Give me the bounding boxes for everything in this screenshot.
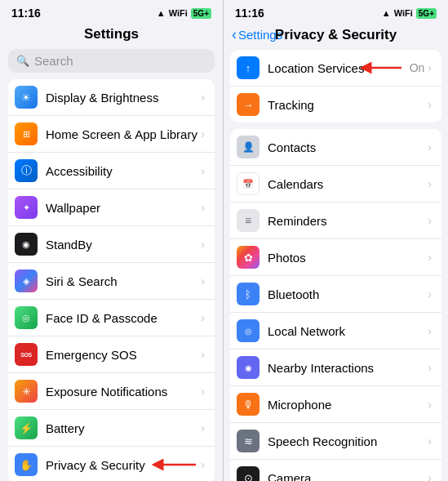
left-status-time: 11:16 <box>11 7 41 20</box>
faceid-chevron <box>201 311 205 324</box>
nearby-icon: ◉ <box>237 356 259 379</box>
accessibility-label: Accessibility <box>46 164 201 178</box>
privacy-chevron <box>201 458 205 471</box>
battery-label: Battery <box>46 421 201 435</box>
reminders-label: Reminders <box>268 214 428 228</box>
row-bluetooth[interactable]: ᛒ Bluetooth <box>230 276 441 313</box>
localnet-icon: ◎ <box>237 319 259 342</box>
search-placeholder-text: Search <box>34 54 73 68</box>
microphone-label: Microphone <box>268 398 428 412</box>
exposure-label: Exposure Notifications <box>46 385 201 399</box>
row-contacts[interactable]: 👤 Contacts <box>230 129 441 166</box>
nearby-chevron <box>428 361 432 374</box>
sos-label: Emergency SOS <box>46 348 201 362</box>
homescreen-label: Home Screen & App Library <box>46 127 201 141</box>
left-panel: 11:16 ▲ WiFi 5G+ Settings 🔍 Search ☀ Dis… <box>0 0 224 481</box>
contacts-chevron <box>428 140 432 154</box>
privacy-arrow-annotation <box>151 457 200 473</box>
reminders-chevron <box>428 214 432 227</box>
row-wallpaper[interactable]: ✦ Wallpaper <box>8 189 215 226</box>
row-exposure[interactable]: ✳ Exposure Notifications <box>8 373 215 410</box>
row-microphone[interactable]: 🎙 Microphone <box>230 386 441 423</box>
camera-chevron <box>428 471 432 481</box>
camera-label: Camera <box>268 471 428 482</box>
display-icon: ☀ <box>15 86 38 109</box>
left-title: Settings <box>84 26 139 42</box>
search-section: 🔍 Search <box>8 49 215 73</box>
row-standby[interactable]: ◉ StandBy <box>8 226 215 263</box>
bluetooth-chevron <box>428 287 432 301</box>
right-panel: 11:16 ▲ WiFi 5G+ Settings Privacy & Secu… <box>224 0 448 481</box>
location-value: On <box>410 61 425 74</box>
row-calendars[interactable]: 📅 Calendars <box>230 166 441 203</box>
tracking-chevron <box>428 98 432 111</box>
row-location-services[interactable]: ↑ Location Services On <box>230 50 441 87</box>
wifi-icon: WiFi <box>169 8 188 18</box>
row-faceid[interactable]: ◎ Face ID & Passcode <box>8 300 215 336</box>
photos-icon: ✿ <box>237 246 259 269</box>
tracking-icon: → <box>237 93 259 116</box>
battery-icon: ⚡ <box>15 416 38 439</box>
speech-chevron <box>428 434 432 448</box>
privacy-icon: ✋ <box>15 453 38 476</box>
photos-label: Photos <box>268 251 428 265</box>
right-signal-icon: ▲ <box>382 8 391 18</box>
accessibility-icon: ⓘ <box>15 159 38 182</box>
standby-label: StandBy <box>46 238 201 252</box>
standby-icon: ◉ <box>15 233 38 256</box>
row-privacy[interactable]: ✋ Privacy & Security <box>8 447 215 481</box>
battery-status-icon: 5G+ <box>191 8 211 19</box>
right-section-location: ↑ Location Services On → Tracking <box>230 50 441 122</box>
faceid-icon: ◎ <box>15 306 38 329</box>
accessibility-chevron <box>201 164 205 177</box>
contacts-icon: 👤 <box>237 136 259 158</box>
calendars-icon: 📅 <box>237 172 259 195</box>
battery-chevron <box>201 421 205 434</box>
row-homescreen[interactable]: ⊞ Home Screen & App Library <box>8 116 215 153</box>
signal-icon: ▲ <box>157 8 166 18</box>
exposure-chevron <box>201 385 205 398</box>
search-bar[interactable]: 🔍 Search <box>8 49 215 73</box>
right-section-main: 👤 Contacts 📅 Calendars ≡ Reminders <box>230 129 441 481</box>
row-nearby[interactable]: ◉ Nearby Interactions <box>230 350 441 386</box>
left-status-icons: ▲ WiFi 5G+ <box>157 8 211 19</box>
row-photos[interactable]: ✿ Photos <box>230 239 441 276</box>
standby-chevron <box>201 238 205 251</box>
wallpaper-chevron <box>201 201 205 214</box>
left-scroll[interactable]: 🔍 Search ☀ Display & Brightness ⊞ Home S… <box>0 49 223 481</box>
speech-icon: ≋ <box>237 430 259 452</box>
contacts-label: Contacts <box>268 140 428 154</box>
row-battery[interactable]: ⚡ Battery <box>8 410 215 447</box>
calendars-chevron <box>428 177 432 190</box>
display-label: Display & Brightness <box>46 91 201 105</box>
row-local-network[interactable]: ◎ Local Network <box>230 313 441 350</box>
row-display[interactable]: ☀ Display & Brightness <box>8 79 215 116</box>
homescreen-chevron <box>201 127 205 140</box>
right-nav-header: Settings Privacy & Security <box>224 23 448 50</box>
display-chevron <box>201 91 205 104</box>
left-section-1: ☀ Display & Brightness ⊞ Home Screen & A… <box>8 79 215 481</box>
bluetooth-label: Bluetooth <box>268 287 428 301</box>
location-arrow-annotation <box>361 60 406 75</box>
row-siri[interactable]: ◈ Siri & Search <box>8 263 215 300</box>
calendars-label: Calendars <box>268 177 428 191</box>
siri-icon: ◈ <box>15 269 38 292</box>
siri-chevron <box>201 274 205 287</box>
search-icon: 🔍 <box>16 55 29 67</box>
right-wifi-icon: WiFi <box>394 8 413 18</box>
reminders-icon: ≡ <box>237 209 259 232</box>
right-status-time: 11:16 <box>235 7 264 20</box>
right-scroll[interactable]: ↑ Location Services On → Tracking <box>224 50 448 481</box>
camera-icon: ⊙ <box>237 466 259 481</box>
bluetooth-icon: ᛒ <box>237 283 259 305</box>
row-camera[interactable]: ⊙ Camera <box>230 460 441 481</box>
exposure-icon: ✳ <box>15 380 38 403</box>
wallpaper-label: Wallpaper <box>46 201 201 215</box>
back-chevron-icon <box>232 26 237 43</box>
row-accessibility[interactable]: ⓘ Accessibility <box>8 153 215 189</box>
row-sos[interactable]: SOS Emergency SOS <box>8 336 215 373</box>
row-reminders[interactable]: ≡ Reminders <box>230 203 441 239</box>
homescreen-icon: ⊞ <box>15 122 38 145</box>
row-speech[interactable]: ≋ Speech Recognition <box>230 423 441 460</box>
row-tracking[interactable]: → Tracking <box>230 87 441 122</box>
